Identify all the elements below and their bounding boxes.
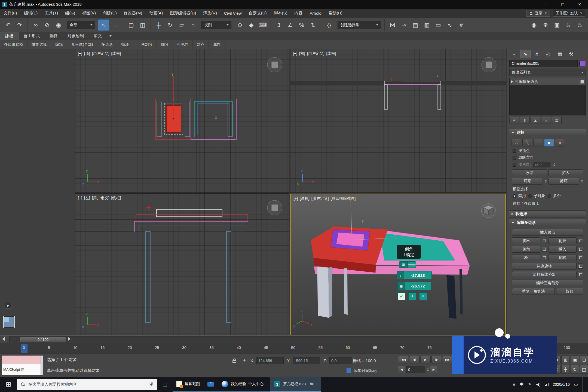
- edit-polygons-rollout-header[interactable]: 编辑多边形: [509, 219, 586, 226]
- select-by-name-icon[interactable]: ≡: [109, 19, 121, 31]
- ignore-backfacing-checkbox[interactable]: [513, 156, 516, 160]
- outline-settings-button[interactable]: [578, 238, 583, 243]
- modifier-list-dropdown[interactable]: 修改器列表: [509, 69, 586, 76]
- menu-item[interactable]: 内容: [291, 9, 306, 18]
- by-vertex-checkbox[interactable]: [513, 149, 516, 153]
- time-slider-handle[interactable]: 0 / 100: [20, 337, 66, 342]
- ribbon-tab[interactable]: 建模: [0, 32, 19, 40]
- select-and-move-icon[interactable]: ┼: [153, 19, 164, 31]
- spinner-snap-icon[interactable]: ⇅: [307, 19, 319, 31]
- viewport-label-part[interactable]: [+]: [293, 196, 298, 201]
- selection-filter-dropdown[interactable]: 全部: [67, 21, 95, 29]
- bridge-settings-button[interactable]: [542, 255, 547, 260]
- soft-selection-rollout-header[interactable]: 软选择: [509, 210, 586, 218]
- hinge-settings-button[interactable]: [578, 264, 583, 269]
- edit-named-selection-sets-icon[interactable]: {}: [323, 19, 335, 31]
- vertex-mode-icon[interactable]: ∴: [512, 139, 521, 146]
- remove-modifier-icon[interactable]: ×: [541, 117, 551, 124]
- ribbon-tab[interactable]: 对象绘制: [63, 32, 89, 40]
- bridge-button[interactable]: 桥: [512, 254, 540, 261]
- viewport-label-part[interactable]: [+]: [293, 51, 297, 56]
- listener-row[interactable]: MAXScript 迷: [2, 364, 43, 375]
- viewport-label-part[interactable]: [+]: [78, 196, 82, 201]
- taskbar-app-outlook[interactable]: [204, 377, 218, 392]
- viewport-left[interactable]: [+][左][用户定义][线框] z y x: [75, 194, 289, 335]
- menu-item[interactable]: 渲染(R): [200, 9, 220, 18]
- viewport-label-part[interactable]: [前]: [299, 51, 305, 56]
- edge-mode-icon[interactable]: ╲: [522, 139, 532, 146]
- outline-button[interactable]: 轮廓: [548, 237, 577, 244]
- zoom-all-icon[interactable]: ⊞: [561, 356, 570, 364]
- zoom-extents-all-icon[interactable]: ⊡: [580, 356, 588, 364]
- listener-scrollbar[interactable]: [41, 356, 43, 375]
- y-coordinate-field[interactable]: -590.15: [293, 357, 320, 364]
- bevel-button[interactable]: 倒角: [512, 246, 540, 253]
- menu-item[interactable]: 动画(A): [146, 9, 166, 18]
- frame-back-button[interactable]: ◀: [398, 366, 405, 373]
- frame-spinner[interactable]: [427, 368, 429, 371]
- viewport-label-part[interactable]: [用户定义]: [92, 196, 109, 201]
- caddy-dropdown-button[interactable]: [408, 262, 416, 268]
- menu-item[interactable]: 编辑(E): [20, 9, 41, 18]
- bind-to-space-warp-icon[interactable]: ◉: [53, 19, 64, 31]
- render-production-icon[interactable]: ♨: [563, 19, 574, 31]
- add-time-tag-button[interactable]: 添加时间标记: [354, 368, 377, 373]
- ribbon-panel-title[interactable]: 属性: [209, 40, 225, 49]
- maxscript-mini-listener[interactable]: MAXScript 迷: [2, 355, 43, 375]
- viewport-label-part[interactable]: [默认明暗处理]: [331, 196, 356, 201]
- ring-button[interactable]: 环形: [512, 178, 543, 185]
- named-selection-sets-dropdown[interactable]: 创建选择集: [338, 21, 381, 29]
- menu-item[interactable]: 修改器(M): [120, 9, 146, 18]
- show-end-result-icon[interactable]: ‖: [520, 117, 530, 124]
- time-slider-groove[interactable]: [9, 336, 504, 342]
- start-button[interactable]: ⊞: [0, 377, 17, 392]
- utilities-tab-icon[interactable]: ⚒: [566, 50, 576, 58]
- maximize-button[interactable]: ▢: [554, 0, 571, 9]
- viewport-label-part[interactable]: [用户定义]: [311, 196, 329, 201]
- angle-snap-icon[interactable]: ∠: [284, 19, 296, 31]
- select-and-place-icon[interactable]: ⌂: [187, 19, 199, 31]
- zoom-extents-icon[interactable]: ▣: [571, 356, 579, 364]
- mirror-icon[interactable]: ⋈: [387, 19, 398, 31]
- pin-stack-icon[interactable]: ⌖: [509, 117, 519, 124]
- unlink-selection-icon[interactable]: ⊘: [41, 19, 53, 31]
- select-object-icon[interactable]: ↖: [98, 19, 109, 31]
- by-angle-checkbox[interactable]: [513, 163, 516, 167]
- z-coordinate-field[interactable]: 0.0: [329, 357, 352, 364]
- element-mode-icon[interactable]: ◆: [555, 139, 565, 146]
- menu-item[interactable]: 文件(F): [0, 9, 20, 18]
- ribbon-panel-title[interactable]: 修改选择: [27, 40, 51, 49]
- ribbon-tab[interactable]: 选择: [45, 32, 63, 40]
- taskbar-clock[interactable]: 2020/6/16: [553, 382, 570, 387]
- ribbon-panel-title[interactable]: 细分: [157, 40, 173, 49]
- viewport-front[interactable]: [+][前][用户定义][线框] x z x y: [290, 49, 506, 192]
- current-frame-field[interactable]: 0: [406, 366, 425, 373]
- ribbon-panel-title[interactable]: 编辑: [51, 40, 67, 49]
- select-and-manipulate-icon[interactable]: ◆: [246, 19, 257, 31]
- window-crossing-icon[interactable]: ◫: [137, 19, 148, 31]
- taskbar-search-box[interactable]: 在这里输入你要搜索的内容 Ψ: [17, 379, 157, 390]
- selection-lock-toggle[interactable]: [230, 357, 238, 364]
- extrude-along-spline-button[interactable]: 沿样条线挤出: [512, 271, 577, 278]
- menu-item[interactable]: 创建(C): [99, 9, 120, 18]
- previous-frame-button[interactable]: ◀|: [409, 356, 419, 363]
- rectangular-selection-region-icon[interactable]: ▢: [125, 19, 137, 31]
- next-key-arrow[interactable]: [68, 337, 71, 341]
- orbit-icon[interactable]: ↻: [571, 365, 579, 374]
- taskbar-app-screenshot[interactable]: 屏幕截图: [173, 377, 204, 392]
- curve-editor-icon[interactable]: ∿: [444, 19, 455, 31]
- schematic-view-icon[interactable]: #: [455, 19, 467, 31]
- align-icon[interactable]: ⇥: [398, 19, 410, 31]
- viewport-label-part[interactable]: [用户定义]: [92, 51, 109, 56]
- go-to-start-button[interactable]: |◀◀: [398, 356, 408, 363]
- menu-item[interactable]: 脚本(S): [270, 9, 291, 18]
- configure-modifier-sets-icon[interactable]: ≣: [552, 117, 562, 124]
- bevel-settings-button[interactable]: [542, 247, 547, 252]
- edit-triangulation-button[interactable]: 编辑三角剖分: [512, 280, 583, 286]
- show-desktop-button[interactable]: [582, 377, 584, 392]
- inset-settings-button[interactable]: [578, 247, 583, 252]
- flip-button[interactable]: 翻转: [548, 254, 577, 261]
- polygon-mode-icon[interactable]: ■: [544, 139, 554, 146]
- bevel-outline-field[interactable]: ▣ -26.572: [397, 282, 431, 290]
- grow-button[interactable]: 扩大: [548, 169, 583, 176]
